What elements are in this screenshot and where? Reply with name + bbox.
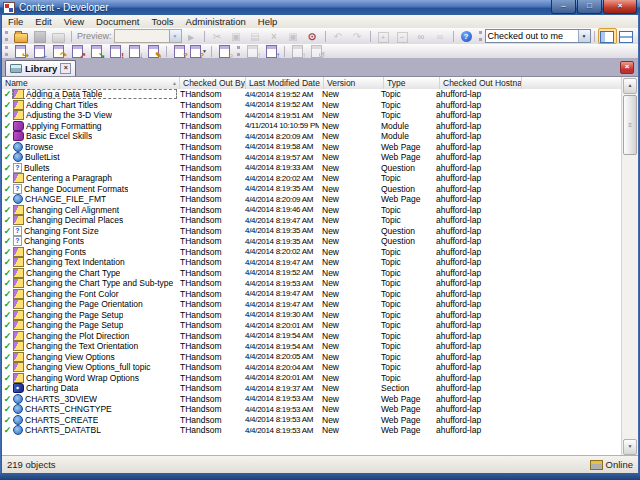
- table-row[interactable]: Basic Excel SkillsTHandsom4/4/2014 8:20:…: [2, 131, 622, 142]
- menu-view[interactable]: View: [58, 15, 90, 28]
- table-row[interactable]: Applying FormattingTHandsom4/11/2014 10:…: [2, 121, 622, 132]
- preview-doc-button[interactable]: ↓: [125, 43, 144, 59]
- tab-library[interactable]: Library: [5, 60, 76, 76]
- doc-find-button[interactable]: ○: [215, 43, 234, 59]
- cut-button[interactable]: [208, 28, 227, 44]
- table-row[interactable]: Adding a Data TableTHandsom4/4/2014 8:19…: [2, 89, 622, 100]
- column-header-checked-out-hostna[interactable]: Checked Out Hostna...: [440, 77, 522, 89]
- doc-question-menu-button[interactable]: ?: [189, 43, 208, 59]
- snapshot-button[interactable]: [284, 28, 303, 44]
- redo-button[interactable]: [348, 28, 367, 44]
- toolbar-drag-handle[interactable]: [479, 31, 482, 41]
- column-header-version[interactable]: Version: [324, 77, 384, 89]
- copy-button[interactable]: [227, 28, 246, 44]
- close-pane-button[interactable]: [620, 61, 634, 74]
- find-next-button[interactable]: [431, 28, 450, 44]
- table-row[interactable]: CHARTS_CREATETHandsom4/4/2014 8:19:53 AM…: [2, 415, 622, 426]
- get-latest-button[interactable]: ↘: [87, 43, 106, 59]
- column-header-last-modified-date[interactable]: Last Modified Date: [246, 77, 324, 89]
- toolbar-drag-handle[interactable]: [237, 46, 240, 56]
- expand-all-button[interactable]: [374, 28, 393, 44]
- scrollbar-thumb[interactable]: [623, 95, 637, 155]
- close-icon[interactable]: [603, 0, 637, 14]
- table-row[interactable]: Changing View Options_full topicTHandsom…: [2, 362, 622, 373]
- column-header-name[interactable]: Name: [2, 77, 180, 89]
- topic-icon: [13, 352, 24, 362]
- tab-close-icon[interactable]: [60, 63, 71, 74]
- table-row[interactable]: Changing the Page SetupTHandsom4/4/2014 …: [2, 320, 622, 331]
- scroll-up-icon[interactable]: [623, 78, 637, 94]
- maximize-icon[interactable]: [577, 0, 602, 14]
- table-row[interactable]: Charting DataTHandsom4/4/2014 8:19:37 AM…: [2, 383, 622, 394]
- table-row[interactable]: CHARTS_3DVIEWTHandsom4/4/2014 8:19:53 AM…: [2, 394, 622, 405]
- preview-combo[interactable]: [114, 29, 182, 43]
- menu-file[interactable]: File: [2, 15, 29, 28]
- table-row[interactable]: Changing the Plot DirectionTHandsom4/4/2…: [2, 331, 622, 342]
- edit-doc-button[interactable]: ✎: [144, 43, 163, 59]
- table-row[interactable]: BulletsTHandsom4/4/2014 8:19:33 AMNewQue…: [2, 163, 622, 174]
- scroll-down-icon[interactable]: [623, 439, 637, 455]
- delete-button[interactable]: [265, 28, 284, 44]
- paste-button[interactable]: [246, 28, 265, 44]
- dropdown-arrow-icon[interactable]: [169, 30, 181, 42]
- table-row[interactable]: Changing the Chart TypeTHandsom4/4/2014 …: [2, 268, 622, 279]
- flag-button[interactable]: !: [106, 43, 125, 59]
- table-row[interactable]: Changing Text IndentationTHandsom4/4/201…: [2, 257, 622, 268]
- table-row[interactable]: BulletListTHandsom4/4/2014 8:19:57 AMNew…: [2, 152, 622, 163]
- table-row[interactable]: Changing the Font ColorTHandsom4/4/2014 …: [2, 289, 622, 300]
- column-header-checked-out-by[interactable]: Checked Out By: [180, 77, 246, 89]
- doc-question-button[interactable]: ?: [170, 43, 189, 59]
- table-row[interactable]: Changing Cell AlignmentTHandsom4/4/2014 …: [2, 205, 622, 216]
- find-next-icon: [434, 30, 447, 43]
- collapse-all-button[interactable]: [393, 28, 412, 44]
- attach-button[interactable]: ↑: [262, 43, 281, 59]
- table-row[interactable]: Changing View OptionsTHandsom4/4/2014 8:…: [2, 352, 622, 363]
- table-row[interactable]: CHARTS_CHNGTYPETHandsom4/4/2014 8:19:53 …: [2, 404, 622, 415]
- table-row[interactable]: Changing Decimal PlacesTHandsom4/4/2014 …: [2, 215, 622, 226]
- dropdown-arrow-icon[interactable]: [578, 30, 590, 42]
- preview-go-button[interactable]: [182, 28, 201, 44]
- table-row[interactable]: CHANGE_FILE_FMTTHandsom4/4/2014 8:20:09 …: [2, 194, 622, 205]
- table-row[interactable]: Changing the Page SetupTHandsom4/4/2014 …: [2, 310, 622, 321]
- help-button[interactable]: [457, 28, 476, 44]
- menu-help[interactable]: Help: [252, 15, 284, 28]
- menu-edit[interactable]: Edit: [29, 15, 57, 28]
- open-button[interactable]: [11, 28, 30, 44]
- menu-tools[interactable]: Tools: [145, 15, 179, 28]
- table-row[interactable]: Centering a ParagraphTHandsom4/4/2014 8:…: [2, 173, 622, 184]
- check-in-button[interactable]: →: [30, 43, 49, 59]
- upload-button[interactable]: ↑: [243, 43, 262, 59]
- menu-administration[interactable]: Administration: [180, 15, 252, 28]
- table-row[interactable]: Changing the Chart Type and Sub-typeTHan…: [2, 278, 622, 289]
- send-button[interactable]: ↑: [288, 43, 307, 59]
- vertical-scrollbar[interactable]: [621, 77, 638, 456]
- table-row[interactable]: Adjusting the 3-D ViewTHandsom4/4/2014 8…: [2, 110, 622, 121]
- toolbar-drag-handle[interactable]: [5, 46, 8, 56]
- print-button[interactable]: [49, 28, 68, 44]
- menu-document[interactable]: Document: [90, 15, 145, 28]
- toolbar-drag-handle[interactable]: [5, 31, 8, 41]
- column-header-type[interactable]: Type: [384, 77, 440, 89]
- table-row[interactable]: Changing the Text OrientationTHandsom4/4…: [2, 341, 622, 352]
- table-row[interactable]: Changing the Page OrientationTHandsom4/4…: [2, 299, 622, 310]
- minimize-icon[interactable]: [551, 0, 576, 14]
- filter-combo[interactable]: Checked out to me: [485, 29, 591, 43]
- check-out-button[interactable]: ↪: [11, 43, 30, 59]
- undo-button[interactable]: [329, 28, 348, 44]
- view-split-horizontal-button[interactable]: [617, 28, 636, 44]
- view-single-pane-button[interactable]: [598, 28, 617, 44]
- table-row[interactable]: Changing Font SizeTHandsom4/4/2014 8:19:…: [2, 226, 622, 237]
- undo-check-out-button[interactable]: ↷: [49, 43, 68, 59]
- table-row[interactable]: Changing FontsTHandsom4/4/2014 8:20:02 A…: [2, 247, 622, 258]
- table-row[interactable]: BrowseTHandsom4/4/2014 8:19:58 AMNewWeb …: [2, 142, 622, 153]
- save-button[interactable]: [30, 28, 49, 44]
- table-row[interactable]: Changing Word Wrap OptionsTHandsom4/4/20…: [2, 373, 622, 384]
- search-button[interactable]: [303, 28, 322, 44]
- submit-button[interactable]: ↗: [68, 43, 87, 59]
- history-button[interactable]: ↺: [307, 43, 326, 59]
- table-row[interactable]: CHARTS_DATATBLTHandsom4/4/2014 8:19:53 A…: [2, 425, 622, 436]
- table-row[interactable]: Change Document FormatsTHandsom4/4/2014 …: [2, 184, 622, 195]
- find-button[interactable]: [412, 28, 431, 44]
- table-row[interactable]: Adding Chart TitlesTHandsom4/4/2014 8:19…: [2, 100, 622, 111]
- table-row[interactable]: Changing FontsTHandsom4/4/2014 8:19:35 A…: [2, 236, 622, 247]
